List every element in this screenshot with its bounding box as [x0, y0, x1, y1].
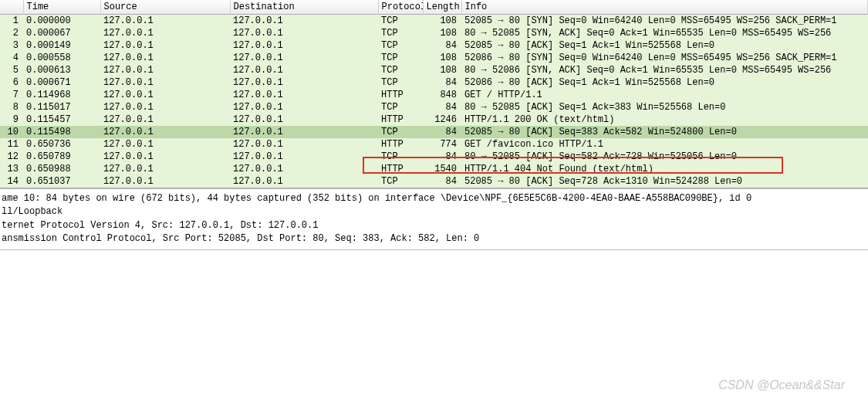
col-header-source[interactable]: Source [100, 0, 230, 15]
col-header-no[interactable] [0, 0, 23, 15]
cell-source: 127.0.0.1 [100, 27, 230, 39]
cell-info: HTTP/1.1 200 OK (text/html) [461, 113, 868, 126]
cell-length: 84 [423, 175, 461, 188]
cell-no: 6 [0, 76, 23, 89]
packet-list-pane: Time Source Destination Protocol Length … [0, 0, 868, 188]
cell-destination: 127.0.0.1 [230, 64, 378, 76]
packet-row[interactable]: 110.650736127.0.0.1127.0.0.1HTTP774GET /… [0, 138, 868, 151]
cell-protocol: TCP [378, 15, 423, 28]
cell-time: 0.000067 [23, 27, 100, 39]
cell-source: 127.0.0.1 [100, 101, 230, 113]
cell-destination: 127.0.0.1 [230, 151, 378, 163]
cell-info: 52085 → 80 [ACK] Seq=383 Ack=582 Win=524… [461, 126, 868, 138]
packet-row[interactable]: 60.000671127.0.0.1127.0.0.1TCP8452086 → … [0, 76, 868, 89]
cell-time: 0.115017 [23, 101, 100, 113]
cell-length: 84 [423, 39, 461, 52]
detail-frame-line[interactable]: ame 10: 84 bytes on wire (672 bits), 44 … [0, 192, 868, 205]
packet-row[interactable]: 50.000613127.0.0.1127.0.0.1TCP10880 → 52… [0, 64, 868, 76]
detail-loopback-line[interactable]: ll/Loopback [0, 205, 868, 218]
cell-time: 0.000149 [23, 39, 100, 52]
cell-no: 4 [0, 52, 23, 64]
cell-info: GET /favicon.ico HTTP/1.1 [461, 138, 868, 151]
cell-protocol: TCP [378, 52, 423, 64]
packet-row[interactable]: 10.000000127.0.0.1127.0.0.1TCP10852085 →… [0, 15, 868, 28]
cell-length: 108 [423, 64, 461, 76]
cell-source: 127.0.0.1 [100, 151, 230, 163]
cell-destination: 127.0.0.1 [230, 39, 378, 52]
col-header-destination[interactable]: Destination [230, 0, 378, 15]
packet-table-header[interactable]: Time Source Destination Protocol Length … [0, 0, 868, 15]
cell-destination: 127.0.0.1 [230, 163, 378, 175]
cell-info: 80 → 52085 [SYN, ACK] Seq=0 Ack=1 Win=65… [461, 27, 868, 39]
blank-area [0, 250, 868, 310]
cell-no: 12 [0, 151, 23, 163]
detail-ip-line[interactable]: ternet Protocol Version 4, Src: 127.0.0.… [0, 219, 868, 232]
cell-no: 5 [0, 64, 23, 76]
packet-details-pane[interactable]: ame 10: 84 bytes on wire (672 bits), 44 … [0, 188, 868, 250]
cell-destination: 127.0.0.1 [230, 52, 378, 64]
packet-row[interactable]: 120.650789127.0.0.1127.0.0.1TCP8480 → 52… [0, 151, 868, 163]
cell-time: 0.650988 [23, 163, 100, 175]
cell-source: 127.0.0.1 [100, 52, 230, 64]
cell-destination: 127.0.0.1 [230, 15, 378, 28]
cell-protocol: HTTP [378, 138, 423, 151]
cell-length: 1246 [423, 113, 461, 126]
cell-destination: 127.0.0.1 [230, 76, 378, 89]
cell-source: 127.0.0.1 [100, 126, 230, 138]
cell-length: 848 [423, 89, 461, 101]
col-header-info[interactable]: Info [461, 0, 868, 15]
cell-protocol: HTTP [378, 89, 423, 101]
cell-time: 0.000613 [23, 64, 100, 76]
cell-source: 127.0.0.1 [100, 64, 230, 76]
cell-time: 0.115457 [23, 113, 100, 126]
cell-no: 1 [0, 15, 23, 28]
cell-length: 108 [423, 27, 461, 39]
cell-source: 127.0.0.1 [100, 175, 230, 188]
packet-row[interactable]: 90.115457127.0.0.1127.0.0.1HTTP1246HTTP/… [0, 113, 868, 126]
cell-no: 10 [0, 126, 23, 138]
cell-time: 0.650736 [23, 138, 100, 151]
packet-row[interactable]: 30.000149127.0.0.1127.0.0.1TCP8452085 → … [0, 39, 868, 52]
cell-info: HTTP/1.1 404 Not Found (text/html) [461, 163, 868, 175]
col-header-protocol[interactable]: Protocol [378, 0, 423, 15]
packet-row[interactable]: 100.115498127.0.0.1127.0.0.1TCP8452085 →… [0, 126, 868, 138]
cell-source: 127.0.0.1 [100, 113, 230, 126]
cell-destination: 127.0.0.1 [230, 113, 378, 126]
cell-no: 7 [0, 89, 23, 101]
packet-row[interactable]: 80.115017127.0.0.1127.0.0.1TCP8480 → 520… [0, 101, 868, 113]
cell-protocol: HTTP [378, 163, 423, 175]
detail-tcp-line[interactable]: ansmission Control Protocol, Src Port: 5… [0, 232, 868, 246]
cell-info: 52086 → 80 [ACK] Seq=1 Ack=1 Win=525568 … [461, 76, 868, 89]
packet-row[interactable]: 70.114968127.0.0.1127.0.0.1HTTP848GET / … [0, 89, 868, 101]
cell-protocol: TCP [378, 64, 423, 76]
cell-source: 127.0.0.1 [100, 15, 230, 28]
cell-source: 127.0.0.1 [100, 89, 230, 101]
cell-protocol: TCP [378, 27, 423, 39]
cell-info: 80 → 52085 [ACK] Seq=582 Ack=728 Win=525… [461, 151, 868, 163]
cell-length: 84 [423, 76, 461, 89]
packet-row[interactable]: 140.651037127.0.0.1127.0.0.1TCP8452085 →… [0, 175, 868, 188]
col-header-time[interactable]: Time [23, 0, 100, 15]
cell-destination: 127.0.0.1 [230, 101, 378, 113]
packet-row[interactable]: 20.000067127.0.0.1127.0.0.1TCP10880 → 52… [0, 27, 868, 39]
cell-source: 127.0.0.1 [100, 163, 230, 175]
cell-source: 127.0.0.1 [100, 76, 230, 89]
cell-length: 84 [423, 151, 461, 163]
packet-table: Time Source Destination Protocol Length … [0, 0, 868, 188]
packet-row[interactable]: 130.650988127.0.0.1127.0.0.1HTTP1540HTTP… [0, 163, 868, 175]
col-header-length[interactable]: Length [423, 0, 461, 15]
cell-info: GET / HTTP/1.1 [461, 89, 868, 101]
cell-destination: 127.0.0.1 [230, 138, 378, 151]
cell-length: 1540 [423, 163, 461, 175]
cell-no: 3 [0, 39, 23, 52]
cell-info: 52085 → 80 [ACK] Seq=1 Ack=1 Win=525568 … [461, 39, 868, 52]
packet-row[interactable]: 40.000558127.0.0.1127.0.0.1TCP10852086 →… [0, 52, 868, 64]
cell-destination: 127.0.0.1 [230, 126, 378, 138]
cell-length: 774 [423, 138, 461, 151]
cell-info: 52085 → 80 [ACK] Seq=728 Ack=1310 Win=52… [461, 175, 868, 188]
cell-protocol: TCP [378, 151, 423, 163]
cell-no: 13 [0, 163, 23, 175]
cell-no: 2 [0, 27, 23, 39]
cell-source: 127.0.0.1 [100, 39, 230, 52]
cell-time: 0.000000 [23, 15, 100, 28]
